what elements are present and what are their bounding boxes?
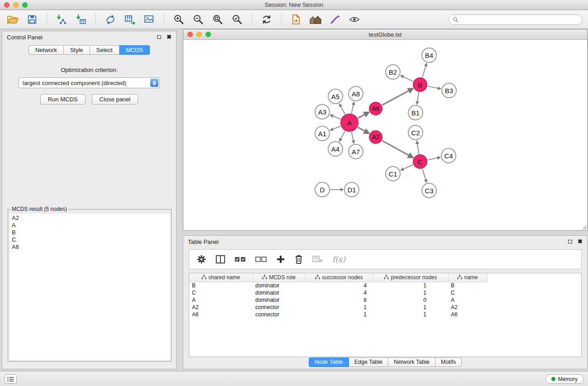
column-header[interactable]: predecessor nodes <box>373 273 448 282</box>
graph-node-A5[interactable]: A5 <box>328 89 343 104</box>
table-cell[interactable]: A2 <box>448 304 487 311</box>
show-hide-button[interactable] <box>347 12 362 27</box>
table-cell[interactable]: 1 <box>305 311 373 318</box>
graph-edge-A-A8[interactable] <box>351 102 354 114</box>
mcds-result-list[interactable]: A2ABCA6 <box>10 214 170 360</box>
graph-edge-B-B1[interactable] <box>417 92 419 104</box>
table-cell[interactable]: A <box>189 296 253 304</box>
deselect-all-button[interactable] <box>255 256 267 263</box>
network-canvas[interactable]: B4B2BB3A5A8A6B1A3AC2A1A2A4A7C4CC1C3DD1 <box>183 40 587 230</box>
export-image-button[interactable] <box>142 12 157 27</box>
show-columns-button[interactable] <box>215 254 225 264</box>
run-mcds-button[interactable]: Run MCDS <box>40 94 86 105</box>
float-panel-icon[interactable] <box>568 240 572 243</box>
graph-edge-A-A1[interactable] <box>330 126 341 130</box>
import-table-button[interactable] <box>74 12 88 27</box>
zoom-selected-button[interactable] <box>230 12 244 27</box>
import-network-button[interactable] <box>54 12 69 27</box>
table-cell[interactable]: connector <box>253 311 305 318</box>
table-settings-button[interactable] <box>196 254 206 264</box>
table-cell[interactable]: A6 <box>189 311 253 318</box>
mcds-result-item[interactable]: C <box>12 236 167 243</box>
zoom-in-button[interactable] <box>172 12 186 27</box>
table-row[interactable]: Adominator80A <box>189 296 581 304</box>
graph-node-B[interactable]: B <box>413 77 427 92</box>
graph-node-A6[interactable]: A6 <box>369 102 382 115</box>
search-input[interactable] <box>449 14 583 25</box>
graph-edge-B-B3[interactable] <box>428 86 441 89</box>
graph-edge-B-B4[interactable] <box>422 63 426 77</box>
table-row[interactable]: Cdominator41C <box>189 289 581 296</box>
mcds-result-item[interactable]: A6 <box>12 243 167 251</box>
table-cell[interactable]: 4 <box>305 282 373 289</box>
graph-node-C[interactable]: C <box>413 154 427 169</box>
wand-button[interactable] <box>328 12 342 27</box>
table-cell[interactable]: 8 <box>305 296 373 304</box>
graph-node-C2[interactable]: C2 <box>408 125 423 140</box>
mcds-result-item[interactable]: B <box>12 229 167 236</box>
column-header[interactable]: shared name <box>189 273 253 282</box>
table-row[interactable]: Bdominator41B <box>189 282 581 289</box>
task-history-button[interactable] <box>5 374 17 384</box>
export-table-button[interactable] <box>123 12 137 27</box>
table-row[interactable]: A6connector11A6 <box>189 311 581 318</box>
graph-node-C1[interactable]: C1 <box>385 166 401 181</box>
table-cell[interactable]: 0 <box>373 296 448 304</box>
export-network-button[interactable] <box>103 12 118 27</box>
select-all-button[interactable] <box>234 256 246 263</box>
table-cell[interactable]: 1 <box>373 289 448 296</box>
mcds-result-item[interactable]: A <box>12 222 167 229</box>
network-window-minimize-button[interactable] <box>196 32 202 37</box>
column-header[interactable]: name <box>448 273 487 282</box>
window-minimize-button[interactable] <box>13 2 19 8</box>
graph-edge-A-A5[interactable] <box>339 104 345 114</box>
graph-node-A1[interactable]: A1 <box>315 126 330 141</box>
table-cell[interactable]: B <box>448 282 487 289</box>
save-session-button[interactable] <box>25 12 39 27</box>
tab-motifs[interactable]: Motifs <box>435 357 462 367</box>
graph-edge-C-C1[interactable] <box>401 165 413 170</box>
zoom-fit-button[interactable] <box>210 12 225 27</box>
tab-edge-table[interactable]: Edge Table <box>349 357 388 367</box>
resize-grip[interactable] <box>581 224 587 230</box>
graph-edge-A-A3[interactable] <box>330 115 341 119</box>
table-cell[interactable]: B <box>189 282 253 289</box>
network-window-zoom-button[interactable] <box>206 32 211 37</box>
graph-edge-A2-C[interactable] <box>382 141 413 158</box>
table-cell[interactable]: A6 <box>448 311 487 318</box>
graph-edge-A-A7[interactable] <box>351 132 354 143</box>
window-close-button[interactable] <box>4 2 10 8</box>
table-cell[interactable]: 1 <box>305 304 373 311</box>
graph-node-B2[interactable]: B2 <box>385 64 401 80</box>
graph-node-A7[interactable]: A7 <box>348 144 363 159</box>
close-panel-icon[interactable]: ✖ <box>167 35 172 39</box>
table-cell[interactable]: 1 <box>373 282 448 289</box>
graph-edge-C-C2[interactable] <box>417 141 419 154</box>
column-header[interactable]: MCDS role <box>253 273 305 282</box>
graph-node-B4[interactable]: B4 <box>421 48 437 63</box>
graph-node-A3[interactable]: A3 <box>315 104 330 119</box>
graph-edge-A-A2[interactable] <box>358 127 369 133</box>
graph-node-C3[interactable]: C3 <box>421 183 437 198</box>
memory-button[interactable]: Memory <box>545 374 583 384</box>
graph-edge-C-C4[interactable] <box>428 157 440 160</box>
graph-edge-C-C3[interactable] <box>422 169 426 182</box>
tab-network[interactable]: Network <box>29 45 64 55</box>
tab-node-table[interactable]: Node Table <box>309 357 349 367</box>
graph-edge-A-A4[interactable] <box>339 131 345 142</box>
close-panel-icon[interactable]: ✖ <box>578 239 583 244</box>
graph-node-C4[interactable]: C4 <box>441 148 456 163</box>
refresh-button[interactable] <box>259 12 274 27</box>
tab-network-table[interactable]: Network Table <box>388 357 435 367</box>
graph-node-B3[interactable]: B3 <box>441 83 457 98</box>
table-cell[interactable]: dominator <box>253 296 305 304</box>
close-panel-button[interactable]: Close panel <box>92 94 139 105</box>
table-cell[interactable]: C <box>448 289 487 296</box>
graph-edge-A6-B[interactable] <box>382 89 413 105</box>
graph-node-B1[interactable]: B1 <box>408 105 423 120</box>
window-zoom-button[interactable] <box>22 2 28 8</box>
graph-node-A2[interactable]: A2 <box>369 130 382 144</box>
tab-style[interactable]: Style <box>64 45 90 55</box>
table-cell[interactable]: dominator <box>253 289 305 296</box>
zoom-out-button[interactable] <box>191 12 206 27</box>
